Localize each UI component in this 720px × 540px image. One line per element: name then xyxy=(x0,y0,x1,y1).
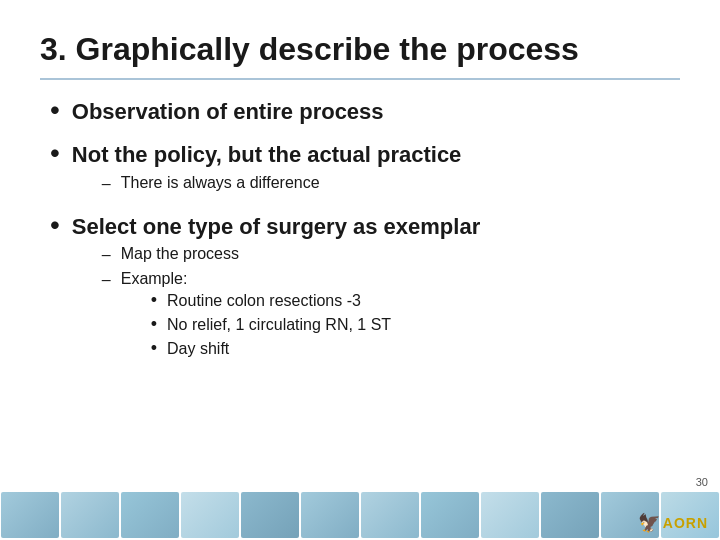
sub-bullets-3: – Map the process – Example: • Routine c… xyxy=(102,245,480,364)
bullet-2-content: Not the policy, but the actual practice … xyxy=(72,141,462,199)
slide-content: • Observation of entire process • Not th… xyxy=(40,98,680,370)
sub-bullets-2: – There is always a difference xyxy=(102,174,462,193)
sub-bullet-map: – Map the process xyxy=(102,245,480,264)
bullet-3-content: Select one type of surgery as exemplar –… xyxy=(72,213,480,371)
bullet-item-2: • Not the policy, but the actual practic… xyxy=(50,141,680,199)
bullet-dot-3: • xyxy=(50,209,60,241)
tile-10 xyxy=(541,492,599,538)
tile-7 xyxy=(361,492,419,538)
logo-text: AORN xyxy=(663,515,708,531)
logo-area: 🦅 AORN xyxy=(638,512,708,534)
sub-sub-text-1: Routine colon resections -3 xyxy=(167,292,361,310)
tile-4 xyxy=(181,492,239,538)
tile-5 xyxy=(241,492,299,538)
title-section: 3. Graphically describe the process xyxy=(40,30,680,80)
sub-dash-1: – xyxy=(102,175,111,193)
sub-bullet-text-map: Map the process xyxy=(121,245,239,263)
tile-8 xyxy=(421,492,479,538)
bullet-dot-1: • xyxy=(50,94,60,126)
tile-9 xyxy=(481,492,539,538)
sub-sub-item-3: • Day shift xyxy=(151,340,391,359)
sub-sub-text-3: Day shift xyxy=(167,340,229,358)
bullet-text-2: Not the policy, but the actual practice xyxy=(72,142,462,167)
tile-1 xyxy=(1,492,59,538)
tile-3 xyxy=(121,492,179,538)
sub-sub-dot-1: • xyxy=(151,290,157,311)
slide: 3. Graphically describe the process • Ob… xyxy=(0,0,720,540)
sub-sub-text-2: No relief, 1 circulating RN, 1 ST xyxy=(167,316,391,334)
bullet-item-3: • Select one type of surgery as exemplar… xyxy=(50,213,680,371)
bullet-text-3: Select one type of surgery as exemplar xyxy=(72,214,480,239)
sub-sub-bullets: • Routine colon resections -3 • No relie… xyxy=(151,292,391,359)
example-content: Example: • Routine colon resections -3 •… xyxy=(121,270,391,364)
sub-sub-dot-3: • xyxy=(151,338,157,359)
sub-dash-map: – xyxy=(102,246,111,264)
tile-6 xyxy=(301,492,359,538)
logo-bird-icon: 🦅 xyxy=(638,512,660,534)
bottom-tiles xyxy=(0,490,720,540)
sub-bullet-example: – Example: • Routine colon resections -3… xyxy=(102,270,480,364)
bullet-text-1: Observation of entire process xyxy=(72,98,384,127)
sub-sub-item-2: • No relief, 1 circulating RN, 1 ST xyxy=(151,316,391,335)
sub-sub-item-1: • Routine colon resections -3 xyxy=(151,292,391,311)
slide-title: 3. Graphically describe the process xyxy=(40,30,680,68)
sub-sub-dot-2: • xyxy=(151,314,157,335)
sub-dash-example: – xyxy=(102,271,111,289)
page-number: 30 xyxy=(696,476,708,488)
sub-bullet-item-1: – There is always a difference xyxy=(102,174,462,193)
bottom-bar xyxy=(0,490,720,540)
bullet-dot-2: • xyxy=(50,137,60,169)
bullet-item-1: • Observation of entire process xyxy=(50,98,680,127)
sub-bullet-text-1: There is always a difference xyxy=(121,174,320,192)
sub-bullet-text-example: Example: xyxy=(121,270,188,287)
tile-2 xyxy=(61,492,119,538)
